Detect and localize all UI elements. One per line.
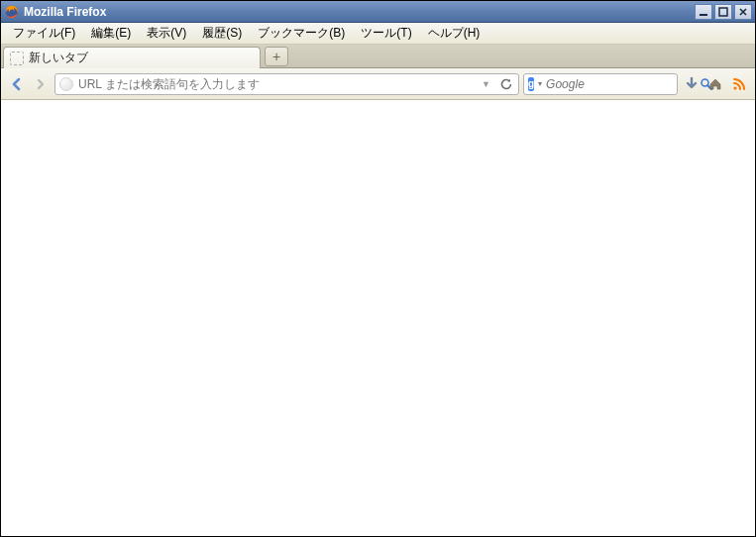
url-bar[interactable]: ▼ [54,73,519,95]
downloads-button[interactable] [682,74,702,94]
urlbar-history-dropdown[interactable]: ▼ [479,79,493,89]
maximize-button[interactable] [714,4,732,20]
home-button[interactable] [705,74,725,94]
arrow-right-icon [34,77,48,91]
tab-bar: 新しいタブ + [1,45,755,68]
download-arrow-icon [684,76,700,92]
menu-bookmarks[interactable]: ブックマーク(B) [250,23,353,44]
identity-icon[interactable] [59,77,73,91]
back-button[interactable] [7,74,27,94]
menu-tools[interactable]: ツール(T) [353,23,419,44]
svg-point-5 [733,86,736,89]
window-controls [695,4,752,20]
forward-button[interactable] [31,74,51,94]
arrow-left-icon [9,76,25,92]
nav-toolbar: ▼ g ▾ [1,68,755,100]
search-engine-icon[interactable]: g [528,77,534,91]
rss-icon [731,76,747,92]
search-engine-dropdown[interactable]: ▾ [538,79,542,88]
plus-icon: + [272,49,280,64]
menu-help[interactable]: ヘルプ(H) [420,23,488,44]
new-tab-button[interactable]: + [265,47,288,66]
search-bar[interactable]: g ▾ [523,73,678,95]
feeds-button[interactable] [729,74,749,94]
tab-label: 新しいタブ [29,50,88,66]
search-input[interactable] [546,77,696,91]
minimize-button[interactable] [695,4,712,20]
window-title: Mozilla Firefox [24,5,695,19]
title-bar: Mozilla Firefox [1,1,755,23]
url-input[interactable] [78,77,474,91]
menu-file[interactable]: ファイル(F) [5,23,83,44]
tab-active[interactable]: 新しいタブ [3,47,261,68]
firefox-icon [4,4,20,20]
menu-bar: ファイル(F) 編集(E) 表示(V) 履歴(S) ブックマーク(B) ツール(… [1,23,755,45]
tab-favicon-placeholder-icon [10,52,24,65]
svg-rect-1 [700,14,707,16]
svg-rect-2 [719,8,727,16]
menu-history[interactable]: 履歴(S) [194,23,250,44]
menu-edit[interactable]: 編集(E) [83,23,139,44]
reload-button[interactable] [498,76,514,92]
menu-view[interactable]: 表示(V) [139,23,194,44]
home-icon [707,76,723,92]
browser-content-area [1,100,755,536]
reload-icon [499,77,513,91]
close-button[interactable] [734,4,752,20]
